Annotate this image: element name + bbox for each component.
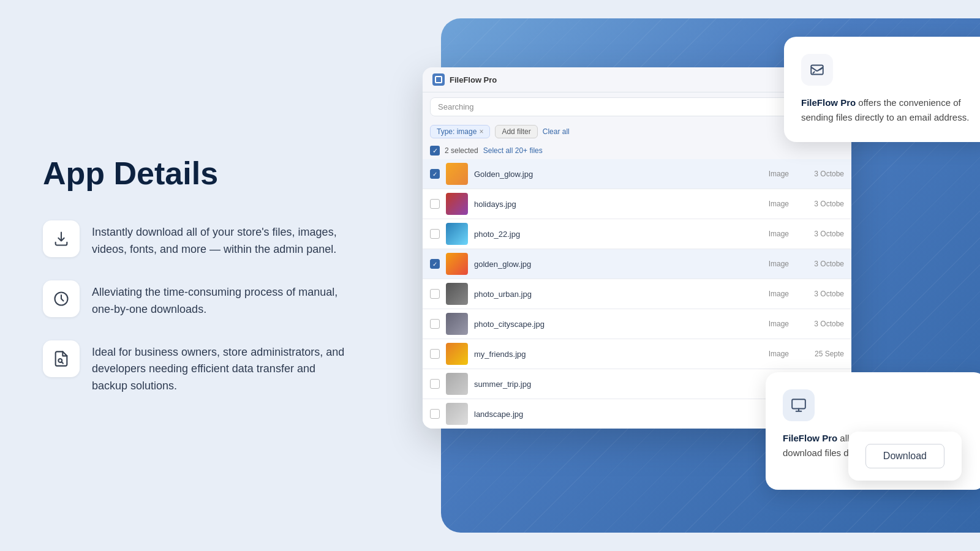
table-row[interactable]: Golden_glow.jpg Image 3 Octobe xyxy=(423,159,851,189)
row-date: 25 Septe xyxy=(795,350,844,358)
feature-list: Instantly download all of your store's f… xyxy=(43,220,349,395)
row-filetype: Image xyxy=(752,230,789,238)
row-thumbnail xyxy=(446,223,468,245)
select-all-link[interactable]: Select all 20+ files xyxy=(483,146,543,155)
fm-logo-inner xyxy=(435,76,442,83)
row-checkbox[interactable] xyxy=(430,379,440,389)
file-search-icon xyxy=(53,350,70,367)
file-search-icon-box xyxy=(43,340,80,377)
row-checkbox[interactable] xyxy=(430,349,440,359)
row-checkbox[interactable] xyxy=(430,169,440,179)
row-filename: golden_glow.jpg xyxy=(474,260,746,269)
svg-rect-2 xyxy=(792,399,805,408)
row-checkbox[interactable] xyxy=(430,229,440,239)
row-filetype: Image xyxy=(752,320,789,328)
row-filename: photo_22.jpg xyxy=(474,230,746,239)
download-tooltip-brand: FileFlow Pro xyxy=(783,433,837,443)
monitor-icon xyxy=(791,397,807,413)
row-thumbnail xyxy=(446,163,468,185)
row-thumbnail xyxy=(446,283,468,305)
feature-item-download: Instantly download all of your store's f… xyxy=(43,220,349,258)
row-checkbox[interactable] xyxy=(430,199,440,209)
row-filename: photo_cityscape.jpg xyxy=(474,320,746,329)
row-date: 3 Octobe xyxy=(795,230,844,238)
page-title: App Details xyxy=(43,156,349,191)
table-row[interactable]: golden_glow.jpg Image 3 Octobe xyxy=(423,249,851,279)
add-filter-button[interactable]: Add filter xyxy=(495,125,537,138)
table-row[interactable]: photo_22.jpg Image 3 Octobe xyxy=(423,219,851,249)
filter-type-label: Type: image xyxy=(437,127,477,136)
fm-title-text: FileFlow Pro xyxy=(450,75,497,84)
row-filetype: Image xyxy=(752,260,789,268)
email-icon xyxy=(809,62,825,78)
row-date: 3 Octobe xyxy=(795,290,844,298)
row-date: 3 Octobe xyxy=(795,200,844,208)
email-tooltip-brand: FileFlow Pro xyxy=(801,97,856,108)
row-thumbnail xyxy=(446,343,468,365)
row-checkbox[interactable] xyxy=(430,289,440,299)
table-row[interactable]: photo_urban.jpg Image 3 Octobe xyxy=(423,279,851,309)
feature-text-download: Instantly download all of your store's f… xyxy=(92,220,349,258)
download-icon xyxy=(53,230,70,247)
row-filename: summer_trip.jpg xyxy=(474,380,746,389)
row-filename: photo_urban.jpg xyxy=(474,290,746,299)
row-date: 3 Octobe xyxy=(795,320,844,328)
row-filetype: Image xyxy=(752,170,789,178)
row-thumbnail xyxy=(446,403,468,425)
email-icon-box xyxy=(801,54,833,86)
fm-search-bar[interactable]: Searching xyxy=(430,97,844,116)
row-filename: my_friends.jpg xyxy=(474,350,746,359)
row-date: 3 Octobe xyxy=(795,170,844,178)
download-icon-box xyxy=(43,220,80,257)
row-filetype: Image xyxy=(752,200,789,208)
filter-type-image[interactable]: Type: image × xyxy=(430,125,490,138)
email-tooltip-card: FileFlow Pro offers the convenience of s… xyxy=(784,37,980,142)
feature-text-clock: Alleviating the time-consuming process o… xyxy=(92,280,349,318)
row-thumbnail xyxy=(446,193,468,215)
feature-item-file: Ideal for business owners, store adminis… xyxy=(43,340,349,395)
download-button-card: Download xyxy=(848,432,962,481)
row-thumbnail xyxy=(446,313,468,335)
table-row[interactable]: my_friends.jpg Image 25 Septe xyxy=(423,339,851,369)
clock-icon xyxy=(53,290,70,307)
row-filename: landscape.jpg xyxy=(474,410,746,419)
clear-all-button[interactable]: Clear all xyxy=(543,127,570,136)
fm-search-text: Searching xyxy=(438,102,474,111)
selected-count: 2 selected xyxy=(445,146,478,155)
row-filetype: Image xyxy=(752,290,789,298)
row-filename: holidays.jpg xyxy=(474,200,746,209)
row-date: 3 Octobe xyxy=(795,260,844,268)
table-row[interactable]: photo_cityscape.jpg Image 3 Octobe xyxy=(423,309,851,339)
row-checkbox[interactable] xyxy=(430,409,440,419)
right-panel: FileFlow Pro offers the convenience of s… xyxy=(392,0,980,551)
filter-remove-icon[interactable]: × xyxy=(479,127,483,136)
download-button[interactable]: Download xyxy=(865,444,944,468)
row-checkbox[interactable] xyxy=(430,259,440,269)
row-thumbnail xyxy=(446,253,468,275)
fm-logo xyxy=(432,73,445,86)
feature-item-clock: Alleviating the time-consuming process o… xyxy=(43,280,349,318)
row-thumbnail xyxy=(446,373,468,395)
feature-text-file: Ideal for business owners, store adminis… xyxy=(92,340,349,395)
left-panel: App Details Instantly download all of yo… xyxy=(0,119,392,432)
row-filetype: Image xyxy=(752,350,789,358)
table-row[interactable]: holidays.jpg Image 3 Octobe xyxy=(423,189,851,219)
clock-icon-box xyxy=(43,280,80,317)
monitor-icon-box xyxy=(783,389,815,421)
selected-checkbox[interactable] xyxy=(430,146,440,156)
email-tooltip-text: FileFlow Pro offers the convenience of s… xyxy=(801,96,975,125)
row-filename: Golden_glow.jpg xyxy=(474,170,746,179)
fm-selected-bar: 2 selected Select all 20+ files xyxy=(423,142,851,159)
row-checkbox[interactable] xyxy=(430,319,440,329)
